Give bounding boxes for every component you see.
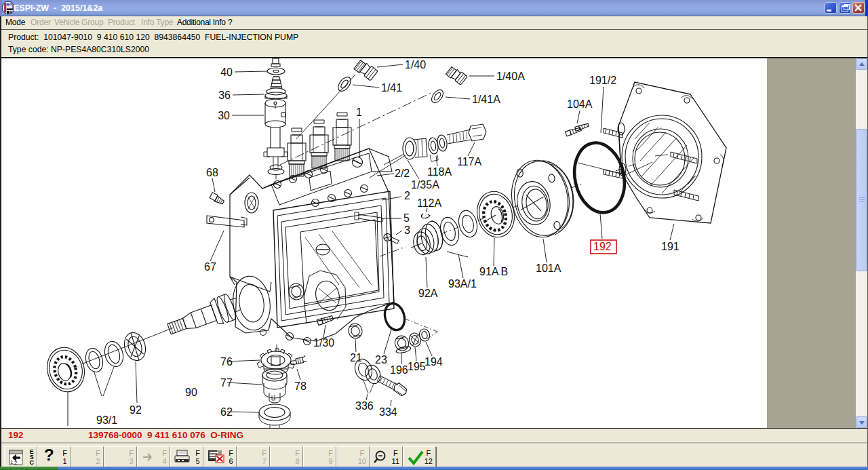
svg-text:196: 196 xyxy=(390,364,408,376)
svg-text:36: 36 xyxy=(218,90,231,101)
svg-text:2: 2 xyxy=(404,190,410,201)
svg-text:68: 68 xyxy=(206,167,218,178)
svg-text:76: 76 xyxy=(220,356,233,368)
svg-text:93A/1: 93A/1 xyxy=(448,278,477,290)
svg-text:93/1: 93/1 xyxy=(96,414,117,426)
svg-text:5: 5 xyxy=(403,212,410,224)
svg-text:67: 67 xyxy=(204,261,216,273)
svg-text:1/35A: 1/35A xyxy=(411,179,439,191)
svg-text:112A: 112A xyxy=(417,197,442,209)
svg-text:1: 1 xyxy=(356,106,362,118)
svg-text:40: 40 xyxy=(220,66,233,78)
svg-text:1/41A: 1/41A xyxy=(472,94,500,105)
svg-text:195: 195 xyxy=(408,361,426,372)
svg-text:2/2: 2/2 xyxy=(395,168,410,179)
svg-text:1/41: 1/41 xyxy=(381,82,402,94)
svg-text:90: 90 xyxy=(185,387,197,398)
svg-text:101A: 101A xyxy=(536,262,561,274)
svg-text:1: 1 xyxy=(10,459,14,465)
svg-text:118A: 118A xyxy=(427,166,452,178)
svg-text:1/40A: 1/40A xyxy=(496,71,525,82)
svg-text:92A: 92A xyxy=(418,288,438,299)
svg-text:192: 192 xyxy=(593,241,612,252)
svg-text:117A: 117A xyxy=(457,156,482,168)
svg-text:21: 21 xyxy=(350,352,362,364)
svg-text:23: 23 xyxy=(375,354,387,366)
svg-text:92: 92 xyxy=(130,404,142,416)
svg-text:1/40: 1/40 xyxy=(405,59,426,71)
svg-text:336: 336 xyxy=(355,400,374,412)
svg-text:1/30: 1/30 xyxy=(313,337,334,349)
svg-text:2: 2 xyxy=(14,460,18,466)
svg-text:104A: 104A xyxy=(567,98,593,110)
svg-text:194: 194 xyxy=(425,356,443,368)
svg-text:191/2: 191/2 xyxy=(589,75,616,86)
svg-text:334: 334 xyxy=(379,406,397,418)
svg-text:78: 78 xyxy=(294,380,307,392)
svg-text:191: 191 xyxy=(661,241,679,252)
svg-text:30: 30 xyxy=(218,110,230,121)
svg-text:3: 3 xyxy=(404,224,410,236)
svg-text:91A.B: 91A.B xyxy=(479,266,508,277)
